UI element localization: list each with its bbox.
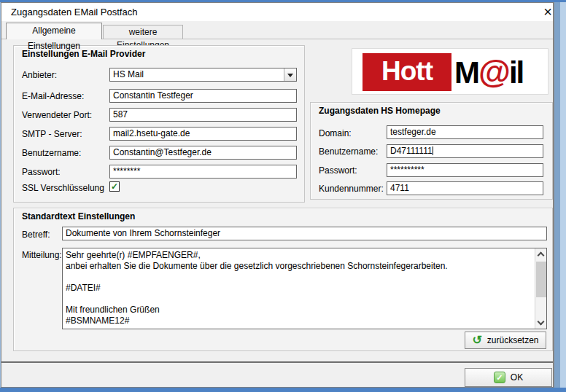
port-field[interactable]: 587 (109, 108, 297, 122)
zuruecksetzen-label: zurücksetzen (487, 335, 539, 345)
kundennummer-label: Kundennummer: (319, 184, 384, 194)
close-icon[interactable]: × (540, 4, 556, 20)
reset-icon: ↺ (472, 334, 481, 346)
screenshot-root: { "window": { "title": "Zugangsdaten EMa… (0, 0, 566, 392)
mitteilung-value: Sehr geehrte(r) #EMPFAENGER#, anbei erha… (63, 248, 534, 329)
betreff-field[interactable]: Dokumente von Ihrem Schornsteinfeger (62, 227, 547, 240)
logo-at-icon: @ (478, 53, 509, 90)
benutzername-label: Benutzername: (22, 148, 81, 158)
chevron-down-icon (538, 318, 545, 326)
chevron-up-icon (538, 252, 545, 259)
window-border-bottom (0, 388, 566, 392)
passwort-label: Passwort: (22, 167, 61, 177)
benutzername-value: Constantin@Testfeger.de (113, 147, 212, 157)
footer-divider (1, 361, 553, 363)
anbieter-dropdown-button[interactable] (284, 68, 296, 81)
mitteilung-scrollbar[interactable] (535, 248, 546, 329)
anbieter-select[interactable]: HS Mail (109, 68, 297, 82)
scroll-up-button[interactable] (535, 248, 547, 260)
betreff-value: Dokumente von Ihrem Schornsteinfeger (66, 228, 220, 238)
hs-benutzername-field[interactable]: D47111111 (387, 144, 543, 158)
domain-value: testfeger.de (390, 127, 436, 137)
tab-weitere-einstellungen[interactable]: weitere Einstellungen (103, 25, 183, 39)
email-field[interactable]: Constantin Testfeger (109, 89, 297, 103)
passwort-value: ******** (113, 166, 140, 176)
ok-button[interactable]: ✓ OK (465, 368, 552, 387)
scrollbar-thumb[interactable] (536, 262, 546, 297)
passwort-field[interactable]: ******** (109, 165, 297, 179)
hs-benutzername-label: Benutzername: (319, 146, 378, 157)
domain-label: Domain: (319, 128, 352, 138)
anbieter-label: Anbieter: (22, 70, 57, 80)
group-hs-homepage-title: Zugangsdaten HS Homepage (319, 106, 441, 116)
hottmail-logo: Hott M@il (352, 48, 548, 95)
text-cursor (433, 146, 433, 155)
hs-passwort-value: ********** (390, 165, 424, 175)
mitteilung-label: Mitteilung: (22, 250, 62, 260)
logo-mail-text: M@il (454, 52, 523, 93)
hs-passwort-field[interactable]: ********** (387, 163, 543, 177)
logo-m: M (454, 55, 478, 90)
port-value: 587 (113, 109, 128, 119)
group-standardtext-title: Standardtext Einstellungen (22, 211, 135, 222)
ok-label: OK (511, 372, 523, 383)
dialog-title: Zugangsdaten EMail Postfach (11, 3, 137, 21)
kundennummer-field[interactable]: 4711 (387, 181, 543, 195)
benutzername-field[interactable]: Constantin@Testfeger.de (109, 146, 297, 160)
hs-benutzername-value: D47111111 (390, 146, 433, 156)
smtp-field[interactable]: mail2.hsetu-gate.de (109, 127, 297, 141)
scroll-down-button[interactable] (535, 317, 547, 329)
title-bar: Zugangsdaten EMail Postfach × (1, 3, 553, 21)
smtp-value: mail2.hsetu-gate.de (113, 128, 190, 138)
port-label: Verwendeter Port: (22, 110, 92, 120)
logo-hott-block: Hott (363, 53, 451, 91)
domain-field[interactable]: testfeger.de (387, 125, 543, 139)
kundennummer-value: 4711 (390, 183, 409, 193)
email-label: E-Mail-Adresse: (22, 91, 84, 101)
zuruecksetzen-button[interactable]: ↺ zurücksetzen (465, 332, 546, 349)
hs-passwort-label: Passwort: (319, 165, 357, 176)
email-value: Constantin Testfeger (113, 90, 193, 101)
checkmark-icon: ✓ (111, 181, 118, 192)
logo-il: il (509, 55, 523, 90)
anbieter-value: HS Mail (113, 69, 144, 79)
ssl-checkbox[interactable]: ✓ (109, 181, 120, 192)
ssl-label: SSL Verschlüsselung (22, 183, 104, 193)
mitteilung-textarea[interactable]: Sehr geehrte(r) #EMPFAENGER#, anbei erha… (62, 248, 547, 329)
smtp-label: SMTP - Server: (22, 129, 82, 139)
betreff-label: Betreff: (22, 230, 50, 240)
tab-allgemeine-einstellungen[interactable]: Allgemeine Einstellungen (6, 23, 102, 39)
window-border-right (554, 2, 566, 388)
chevron-down-icon (287, 74, 293, 77)
ok-check-icon: ✓ (494, 372, 505, 383)
